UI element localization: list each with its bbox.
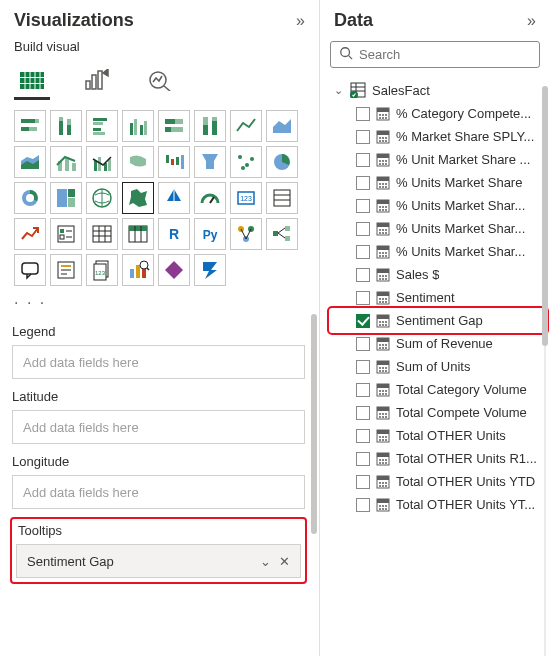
field-checkbox[interactable] [356,245,370,259]
viz-funnel[interactable] [194,146,226,178]
viz-100-stacked-bar[interactable] [158,110,190,142]
search-box[interactable] [330,41,540,68]
viz-key-influencers[interactable] [230,218,262,250]
field-checkbox[interactable] [356,222,370,236]
field-row[interactable]: % Category Compete... [330,102,546,125]
field-row[interactable]: Total OTHER Units YTD [330,470,546,493]
field-checkbox[interactable] [356,176,370,190]
viz-clustered-bar[interactable] [86,110,118,142]
field-checkbox[interactable] [356,268,370,282]
svg-rect-175 [377,292,389,296]
field-checkbox[interactable] [356,314,370,328]
field-row[interactable]: Total Category Volume [330,378,546,401]
format-tab[interactable] [78,64,114,96]
svg-rect-17 [59,117,63,121]
well-longitude-drop[interactable]: Add data fields here [12,475,305,509]
more-visuals-button[interactable]: · · · [0,290,319,314]
field-checkbox[interactable] [356,383,370,397]
viz-paginated[interactable]: 123 [86,254,118,286]
viz-ribbon[interactable] [122,146,154,178]
viz-clustered-column[interactable] [122,110,154,142]
field-checkbox[interactable] [356,130,370,144]
viz-powerapps[interactable] [158,254,190,286]
viz-py-visual[interactable]: Py [194,218,226,250]
viz-arcgis[interactable] [122,254,154,286]
viz-slicer[interactable] [50,218,82,250]
chevron-down-icon[interactable]: ⌄ [260,554,271,569]
field-row[interactable]: % Unit Market Share ... [330,148,546,171]
field-checkbox[interactable] [356,291,370,305]
tree-scrollbar[interactable] [542,76,548,656]
svg-rect-90 [22,263,38,274]
field-checkbox[interactable] [356,337,370,351]
viz-multi-row-card[interactable] [266,182,298,214]
field-checkbox[interactable] [356,452,370,466]
field-row[interactable]: Total Compete Volume [330,401,546,424]
field-checkbox[interactable] [356,406,370,420]
viz-powerautomate[interactable] [194,254,226,286]
svg-point-164 [382,255,384,257]
svg-point-122 [385,137,387,139]
viz-line-stacked-column[interactable] [50,146,82,178]
field-row[interactable]: Total OTHER Units [330,424,546,447]
viz-stacked-bar[interactable] [14,110,46,142]
viz-card[interactable]: 123 [230,182,262,214]
field-checkbox[interactable] [356,475,370,489]
collapse-viz-icon[interactable]: » [296,12,305,30]
field-checkbox[interactable] [356,107,370,121]
field-checkbox[interactable] [356,199,370,213]
field-row[interactable]: % Units Market Shar... [330,194,546,217]
field-checkbox[interactable] [356,153,370,167]
field-row[interactable]: Sentiment Gap [330,309,546,332]
viz-r-visual[interactable]: R [158,218,190,250]
field-row[interactable]: Sum of Units [330,355,546,378]
well-tooltips-drop[interactable]: Sentiment Gap ⌄ ✕ [16,544,301,578]
viz-kpi[interactable] [14,218,46,250]
viz-waterfall[interactable] [158,146,190,178]
viz-qa[interactable] [14,254,46,286]
field-row[interactable]: Sentiment [330,286,546,309]
viz-decomposition-tree[interactable] [266,218,298,250]
viz-pie[interactable] [266,146,298,178]
svg-point-146 [385,206,387,208]
svg-point-49 [250,157,254,161]
viz-narrative[interactable] [50,254,82,286]
field-row[interactable]: % Units Market Share [330,171,546,194]
svg-rect-67 [60,235,64,239]
viz-100-stacked-column[interactable] [194,110,226,142]
field-row[interactable]: % Units Market Shar... [330,217,546,240]
field-row[interactable]: Sales $ [330,263,546,286]
viz-stacked-column[interactable] [50,110,82,142]
wells-scrollbar[interactable] [311,314,317,656]
field-checkbox[interactable] [356,429,370,443]
viz-stacked-area[interactable] [14,146,46,178]
field-row[interactable]: % Market Share SPLY... [330,125,546,148]
viz-scatter[interactable] [230,146,262,178]
field-row[interactable]: Sum of Revenue [330,332,546,355]
analytics-tab[interactable] [142,64,178,96]
build-tab[interactable] [14,64,50,96]
viz-filled-map[interactable] [122,182,154,214]
field-checkbox[interactable] [356,498,370,512]
field-row[interactable]: % Units Market Shar... [330,240,546,263]
collapse-data-icon[interactable]: » [527,12,536,30]
viz-donut[interactable] [14,182,46,214]
field-row[interactable]: Total OTHER Units R1... [330,447,546,470]
viz-matrix[interactable] [122,218,154,250]
viz-gauge[interactable] [194,182,226,214]
viz-map[interactable] [86,182,118,214]
viz-table[interactable] [86,218,118,250]
svg-rect-87 [285,236,290,241]
table-salesfact[interactable]: ⌄ SalesFact [330,78,546,102]
field-row[interactable]: Total OTHER Units YT... [330,493,546,516]
search-input[interactable] [359,47,531,62]
viz-line[interactable] [230,110,262,142]
viz-line-clustered-column[interactable] [86,146,118,178]
well-legend-drop[interactable]: Add data fields here [12,345,305,379]
viz-treemap[interactable] [50,182,82,214]
viz-area[interactable] [266,110,298,142]
well-latitude-drop[interactable]: Add data fields here [12,410,305,444]
remove-field-icon[interactable]: ✕ [279,554,290,569]
field-checkbox[interactable] [356,360,370,374]
viz-azure-map[interactable] [158,182,190,214]
